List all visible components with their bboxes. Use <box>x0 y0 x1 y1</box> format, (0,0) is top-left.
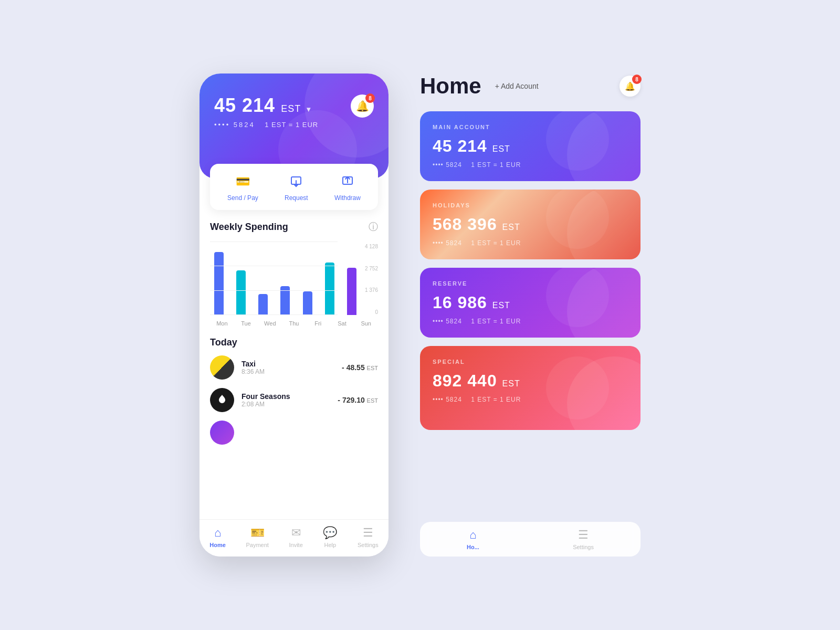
transaction-fourseasons[interactable]: Four Seasons 2:08 AM - 729.10 EST <box>210 388 378 412</box>
label-wed: Wed <box>258 320 282 327</box>
help-nav-icon: 💬 <box>323 526 337 540</box>
chart-y-axis: 4 128 2 752 1 376 0 <box>365 244 378 317</box>
account-card-special[interactable]: SPECIAL 892 440 EST •••• 5824 1 EST = 1 … <box>420 346 640 430</box>
taxi-amount: - 48.55 EST <box>342 363 378 372</box>
actions-strip: 💳 Send / Pay Request Withdraw <box>210 164 378 210</box>
chart-day-labels: Mon Tue Wed Thu Fri Sat Sun <box>210 320 378 327</box>
reserve-balance-currency: EST <box>492 301 510 310</box>
notification-badge: 8 <box>365 93 375 103</box>
withdraw-icon <box>338 172 357 191</box>
y-label-mid2: 1 376 <box>365 287 378 293</box>
special-card-info: •••• 5824 1 EST = 1 EUR <box>433 396 628 403</box>
send-pay-label: Send / Pay <box>227 194 258 202</box>
home-nav-icon: ⌂ <box>214 526 221 540</box>
account-card-main[interactable]: MAIN ACCOUNT 45 214 EST •••• 5824 1 EST … <box>420 111 640 181</box>
payment-nav-icon: 🎫 <box>250 526 265 540</box>
right-home-label: Ho... <box>467 544 479 550</box>
main-balance-value: 45 214 <box>433 136 487 155</box>
bar-tue <box>232 270 250 315</box>
y-label-top: 4 128 <box>365 244 378 249</box>
y-label-mid1: 2 752 <box>365 266 378 271</box>
currency-arrow: ▾ <box>307 105 311 113</box>
payment-nav-label: Payment <box>246 542 268 548</box>
reserve-card-type: RESERVE <box>433 280 628 287</box>
fourseasons-amount: - 729.10 EST <box>338 396 378 404</box>
label-sun: Sun <box>354 320 378 327</box>
balance-value: 45 214 <box>214 94 275 116</box>
weekly-spending-header: Weekly Spending ⓘ <box>210 220 378 233</box>
nav-settings[interactable]: ☰ Settings <box>358 526 379 548</box>
today-title: Today <box>210 337 378 348</box>
send-pay-button[interactable]: 💳 Send / Pay <box>227 172 258 202</box>
fourseasons-amount-value: - 729.10 <box>338 396 364 404</box>
today-section: Today Taxi 8:36 AM - 48.55 EST <box>210 337 378 445</box>
withdraw-button[interactable]: Withdraw <box>334 172 361 202</box>
accounts-list: MAIN ACCOUNT 45 214 EST •••• 5824 1 EST … <box>420 111 640 517</box>
reserve-dots: •••• 5824 <box>433 318 462 325</box>
taxi-avatar <box>210 355 234 380</box>
right-home-icon: ⌂ <box>469 528 476 542</box>
phone-content: Weekly Spending ⓘ <box>200 210 388 519</box>
main-dots: •••• 5824 <box>433 161 462 169</box>
fourseasons-time: 2:08 AM <box>242 401 330 408</box>
main-card-info: •••• 5824 1 EST = 1 EUR <box>433 161 628 169</box>
holidays-dots: •••• 5824 <box>433 239 462 247</box>
bar-sat-fill <box>325 262 334 315</box>
invite-nav-icon: ✉ <box>291 526 301 540</box>
fourseasons-avatar <box>210 388 234 412</box>
main-card-type: MAIN ACCOUNT <box>433 124 628 130</box>
nav-help[interactable]: 💬 Help <box>323 526 337 548</box>
add-account-label: + Add Acount <box>495 82 539 90</box>
bar-wed-fill <box>258 294 268 315</box>
nav-payment[interactable]: 🎫 Payment <box>246 526 268 548</box>
special-balance-value: 892 440 <box>433 371 497 390</box>
taxi-amount-value: - 48.55 <box>342 363 365 372</box>
account-info: •••• 5824 1 EST = 1 EUR <box>214 121 318 129</box>
add-account-button[interactable]: + Add Acount <box>490 79 544 93</box>
weekly-spending-title: Weekly Spending <box>210 222 288 233</box>
bar-mon <box>210 252 228 315</box>
right-notification-button[interactable]: 🔔 8 <box>620 76 640 97</box>
right-nav-settings[interactable]: ☰ Settings <box>573 528 594 550</box>
request-button[interactable]: Request <box>285 172 308 202</box>
taxi-name: Taxi <box>242 360 334 368</box>
bar-sun <box>343 268 361 315</box>
main-card-balance: 45 214 EST <box>433 136 628 156</box>
chart-area: 4 128 2 752 1 376 0 <box>210 242 378 317</box>
right-settings-label: Settings <box>573 544 594 550</box>
phone-header: 45 214 EST ▾ •••• 5824 1 EST = 1 EUR 🔔 8 <box>200 74 388 178</box>
nav-home[interactable]: ⌂ Home <box>209 526 226 548</box>
nav-invite[interactable]: ✉ Invite <box>289 526 302 548</box>
main-balance-currency: EST <box>492 144 510 153</box>
right-notification-badge: 8 <box>632 75 642 84</box>
settings-nav-label: Settings <box>358 542 379 548</box>
left-phone: 45 214 EST ▾ •••• 5824 1 EST = 1 EUR 🔔 8… <box>200 74 388 556</box>
account-dots: •••• 5824 <box>214 121 255 129</box>
label-fri: Fri <box>306 320 330 327</box>
special-card-type: SPECIAL <box>433 359 628 365</box>
bar-thu-fill <box>280 286 290 315</box>
holidays-balance-currency: EST <box>502 223 520 232</box>
transaction-third[interactable] <box>210 421 378 445</box>
notification-button[interactable]: 🔔 8 <box>351 94 374 118</box>
account-card-holidays[interactable]: HOLIDAYS 568 396 EST •••• 5824 1 EST = 1… <box>420 190 640 259</box>
taxi-info: Taxi 8:36 AM <box>242 360 334 375</box>
right-header: Home + Add Acount 🔔 8 <box>420 74 640 99</box>
right-nav-home[interactable]: ⌂ Ho... <box>467 528 479 550</box>
transaction-taxi[interactable]: Taxi 8:36 AM - 48.55 EST <box>210 355 378 380</box>
taxi-time: 8:36 AM <box>242 368 334 375</box>
fourseasons-info: Four Seasons 2:08 AM <box>242 392 330 408</box>
reserve-card-info: •••• 5824 1 EST = 1 EUR <box>433 318 628 325</box>
bar-mon-fill <box>214 252 224 315</box>
account-card-reserve[interactable]: RESERVE 16 986 EST •••• 5824 1 EST = 1 E… <box>420 268 640 338</box>
request-label: Request <box>285 194 308 202</box>
reserve-card-balance: 16 986 EST <box>433 293 628 312</box>
bar-chart <box>210 242 361 315</box>
home-nav-label: Home <box>209 542 226 548</box>
bar-wed <box>254 294 272 315</box>
info-icon[interactable]: ⓘ <box>369 220 378 233</box>
bar-fri-fill <box>303 291 312 315</box>
label-sat: Sat <box>330 320 354 327</box>
reserve-rate: 1 EST = 1 EUR <box>471 318 521 325</box>
special-balance-currency: EST <box>502 379 520 388</box>
